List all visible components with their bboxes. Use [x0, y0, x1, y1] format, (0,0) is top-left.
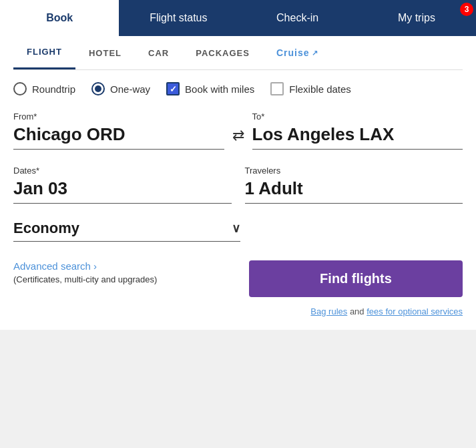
chevron-down-icon: ∨	[232, 221, 240, 236]
book-with-miles-option[interactable]: ✓ Book with miles	[166, 82, 254, 95]
top-navigation: Book Flight status Check-in My trips 3	[0, 0, 476, 36]
book-with-miles-label: Book with miles	[185, 83, 254, 95]
bag-rules-row: Bag rules and fees for optional services	[13, 306, 463, 316]
cabin-class-dropdown[interactable]: Economy ∨	[13, 220, 240, 242]
to-label: To*	[252, 111, 463, 122]
sub-tab-packages[interactable]: PACKAGES	[182, 36, 263, 69]
travelers-field: Travelers 1 Adult	[245, 166, 463, 204]
advanced-search-label: Advanced search	[13, 260, 91, 272]
from-label: From*	[13, 111, 224, 122]
dates-label: Dates*	[13, 166, 232, 176]
flexible-dates-checkbox[interactable]	[270, 82, 284, 95]
bag-rules-separator: and	[350, 306, 367, 316]
dates-field: Dates* Jan 03	[13, 166, 232, 204]
main-content: FLIGHT HOTEL CAR PACKAGES Cruise ↗ Round…	[0, 36, 476, 330]
bottom-action-row: Advanced search › (Certificates, multi-c…	[13, 260, 463, 297]
sub-tab-cruise[interactable]: Cruise ↗	[263, 36, 332, 69]
from-field: From* Chicago ORD	[13, 111, 224, 150]
external-link-icon: ↗	[312, 49, 318, 57]
nav-tab-book[interactable]: Book	[0, 0, 119, 36]
oneway-radio-inner	[95, 85, 101, 92]
advanced-search-link[interactable]: Advanced search ›	[13, 260, 157, 272]
to-value[interactable]: Los Angeles LAX	[252, 124, 463, 150]
to-field: To* Los Angeles LAX	[252, 111, 463, 150]
sub-tab-flight[interactable]: FLIGHT	[13, 36, 75, 69]
advanced-search-section: Advanced search › (Certificates, multi-c…	[13, 260, 157, 284]
swap-button[interactable]: ⇄	[224, 127, 252, 150]
roundtrip-label: Roundtrip	[32, 83, 75, 95]
sub-tab-hotel[interactable]: HOTEL	[75, 36, 135, 69]
find-flights-button[interactable]: Find flights	[249, 260, 463, 297]
advanced-search-arrow-icon: ›	[93, 260, 97, 272]
nav-tab-check-in[interactable]: Check-in	[238, 0, 357, 36]
book-with-miles-checkbox[interactable]: ✓	[166, 82, 180, 95]
cruise-label: Cruise	[276, 47, 310, 58]
cabin-class-row: Economy ∨	[13, 220, 240, 242]
dates-value[interactable]: Jan 03	[13, 178, 232, 204]
roundtrip-radio[interactable]	[13, 82, 27, 95]
oneway-radio[interactable]	[91, 82, 105, 95]
cabin-class-value: Economy	[13, 220, 79, 237]
nav-tab-flight-status[interactable]: Flight status	[119, 0, 238, 36]
dates-travelers-row: Dates* Jan 03 Travelers 1 Adult	[13, 166, 463, 204]
sub-tab-car[interactable]: CAR	[135, 36, 182, 69]
roundtrip-option[interactable]: Roundtrip	[13, 82, 75, 95]
sub-tab-bar: FLIGHT HOTEL CAR PACKAGES Cruise ↗	[13, 36, 463, 70]
notification-badge: 3	[460, 3, 473, 16]
bag-rules-link[interactable]: Bag rules	[310, 306, 347, 316]
nav-tab-my-trips[interactable]: My trips	[357, 0, 476, 36]
oneway-label: One-way	[110, 83, 150, 95]
travelers-value[interactable]: 1 Adult	[245, 178, 463, 204]
flexible-dates-option[interactable]: Flexible dates	[270, 82, 351, 95]
swap-icon: ⇄	[232, 127, 244, 144]
travelers-label: Travelers	[245, 166, 463, 176]
from-to-row: From* Chicago ORD ⇄ To* Los Angeles LAX	[13, 111, 463, 150]
from-value[interactable]: Chicago ORD	[13, 124, 224, 150]
flexible-dates-label: Flexible dates	[289, 83, 351, 95]
fees-for-optional-services-link[interactable]: fees for optional services	[367, 306, 463, 316]
oneway-option[interactable]: One-way	[91, 82, 150, 95]
checkmark-icon: ✓	[170, 84, 177, 94]
advanced-search-subtext: (Certificates, multi-city and upgrades)	[13, 274, 157, 284]
trip-options-row: Roundtrip One-way ✓ Book with miles Flex…	[13, 82, 463, 95]
